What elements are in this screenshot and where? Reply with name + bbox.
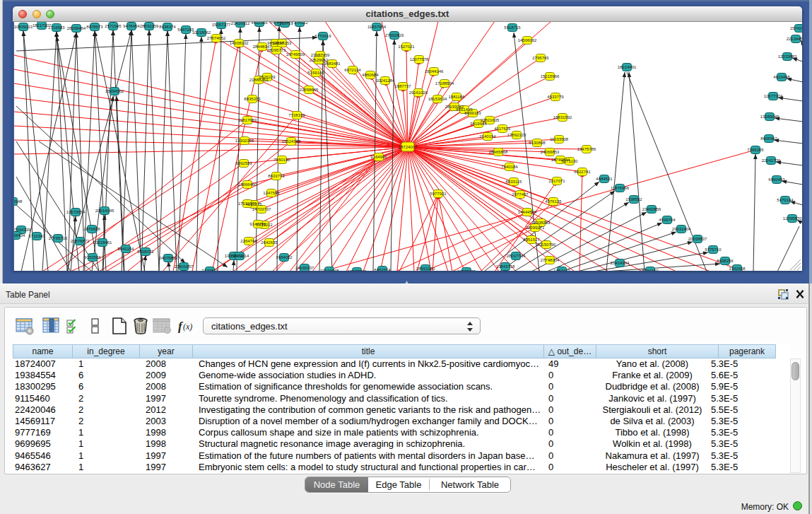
svg-text:1527021: 1527021 (398, 45, 415, 49)
svg-text:2264748: 2264748 (240, 239, 257, 243)
svg-text:7350753: 7350753 (276, 22, 293, 25)
svg-text:4533779: 4533779 (547, 95, 564, 99)
svg-text:(x): (x) (183, 322, 192, 332)
svg-text:14506062: 14506062 (518, 38, 537, 42)
svg-text:8351517: 8351517 (523, 238, 540, 242)
svg-text:4860684: 4860684 (362, 73, 379, 77)
svg-text:2217071: 2217071 (548, 179, 565, 183)
svg-text:18153634: 18153634 (428, 97, 447, 101)
svg-text:15994562: 15994562 (105, 89, 124, 93)
svg-text:28095773: 28095773 (267, 48, 286, 52)
svg-text:5479144: 5479144 (777, 198, 794, 202)
svg-text:9164991: 9164991 (370, 155, 387, 159)
svg-text:21416912: 21416912 (231, 22, 250, 25)
svg-text:1538552: 1538552 (625, 197, 642, 201)
svg-text:14703737: 14703737 (252, 207, 271, 211)
svg-text:28299464: 28299464 (67, 26, 86, 30)
svg-text:14308102: 14308102 (230, 41, 249, 45)
svg-text:17931579: 17931579 (238, 201, 257, 206)
svg-text:24066853: 24066853 (541, 150, 560, 154)
svg-text:4612365: 4612365 (251, 22, 268, 25)
svg-text:6692553: 6692553 (235, 161, 252, 165)
svg-text:7728339: 7728339 (288, 113, 305, 117)
svg-text:16749509: 16749509 (286, 52, 305, 57)
svg-text:1981186: 1981186 (449, 95, 466, 99)
svg-text:13302355: 13302355 (235, 139, 254, 143)
svg-text:22134457: 22134457 (787, 37, 802, 41)
svg-text:18214491: 18214491 (618, 65, 637, 69)
svg-text:7366205: 7366205 (747, 148, 764, 152)
svg-text:7640184: 7640184 (501, 165, 518, 169)
svg-text:8999183: 8999183 (464, 111, 481, 115)
svg-text:2795765: 2795765 (532, 56, 549, 60)
svg-text:5130808: 5130808 (529, 141, 546, 145)
svg-text:18724007: 18724007 (399, 145, 418, 149)
svg-text:6960453: 6960453 (768, 177, 785, 182)
svg-text:6770619: 6770619 (314, 34, 331, 38)
svg-text:9153566: 9153566 (84, 255, 101, 259)
svg-text:8606962: 8606962 (760, 136, 777, 141)
svg-text:13679214: 13679214 (230, 254, 249, 258)
svg-text:23460856: 23460856 (642, 207, 661, 211)
svg-text:4823498: 4823498 (773, 75, 790, 79)
svg-text:5041154: 5041154 (118, 247, 135, 251)
svg-text:20876872: 20876872 (71, 239, 90, 243)
svg-text:23658665: 23658665 (300, 88, 319, 92)
svg-text:5977931: 5977931 (430, 192, 447, 196)
svg-text:16831592: 16831592 (553, 115, 572, 119)
svg-text:2642635: 2642635 (261, 240, 278, 245)
svg-text:14444504: 14444504 (518, 210, 537, 214)
svg-text:19344146: 19344146 (425, 69, 444, 74)
svg-text:28965868: 28965868 (489, 150, 508, 154)
svg-text:12377578: 12377578 (410, 57, 429, 62)
svg-text:4117625: 4117625 (495, 127, 512, 131)
svg-text:28832259: 28832259 (140, 24, 159, 28)
svg-text:15357277: 15357277 (212, 23, 231, 27)
svg-text:15215966: 15215966 (541, 74, 560, 78)
svg-text:9147706: 9147706 (249, 222, 266, 226)
svg-text:1247595: 1247595 (263, 191, 280, 195)
svg-text:9683481: 9683481 (324, 62, 341, 66)
svg-text:23387959: 23387959 (311, 53, 330, 57)
svg-text:6033115: 6033115 (506, 180, 523, 184)
svg-text:21888253: 21888253 (249, 78, 269, 82)
svg-text:9375710: 9375710 (705, 247, 722, 252)
svg-text:8038374: 8038374 (159, 25, 176, 29)
svg-text:24375853: 24375853 (159, 256, 178, 260)
svg-text:11817683: 11817683 (238, 118, 257, 122)
svg-text:8078673: 8078673 (86, 25, 103, 29)
svg-text:3710343: 3710343 (28, 234, 45, 238)
svg-text:27874652: 27874652 (207, 36, 226, 40)
svg-text:8835373: 8835373 (244, 97, 261, 101)
svg-text:27748304: 27748304 (541, 258, 560, 262)
svg-text:10218062: 10218062 (192, 30, 211, 35)
svg-text:12395870: 12395870 (783, 216, 802, 221)
svg-text:13666460: 13666460 (238, 182, 257, 187)
svg-text:8633773: 8633773 (268, 174, 285, 178)
svg-text:15524305: 15524305 (282, 139, 301, 144)
svg-text:13570554: 13570554 (66, 210, 86, 214)
svg-text:28017734: 28017734 (507, 254, 526, 258)
svg-text:15128434: 15128434 (14, 233, 25, 238)
svg-text:6271130: 6271130 (562, 159, 579, 163)
svg-text:9478454: 9478454 (123, 24, 140, 28)
svg-text:2571945: 2571945 (105, 24, 122, 28)
svg-text:21414394: 21414394 (611, 261, 630, 265)
svg-text:23401657: 23401657 (175, 264, 194, 269)
svg-text:13389045: 13389045 (760, 115, 779, 119)
svg-text:27992829: 27992829 (385, 33, 404, 37)
svg-text:17188594: 17188594 (435, 81, 454, 86)
svg-text:11457954: 11457954 (367, 25, 387, 29)
svg-text:24198153: 24198153 (273, 41, 292, 45)
svg-text:3684052: 3684052 (276, 255, 293, 259)
svg-text:22241736: 22241736 (762, 158, 781, 163)
svg-text:27795716: 27795716 (49, 236, 68, 240)
svg-text:17892133: 17892133 (507, 133, 526, 137)
svg-text:5408072: 5408072 (137, 250, 154, 254)
svg-text:2876828: 2876828 (83, 227, 100, 231)
svg-text:22399271: 22399271 (526, 226, 545, 230)
svg-text:20014145: 20014145 (95, 209, 114, 213)
svg-text:13843718: 13843718 (496, 264, 515, 269)
svg-text:12642648: 12642648 (14, 199, 23, 204)
svg-text:9519948: 9519948 (470, 122, 487, 126)
